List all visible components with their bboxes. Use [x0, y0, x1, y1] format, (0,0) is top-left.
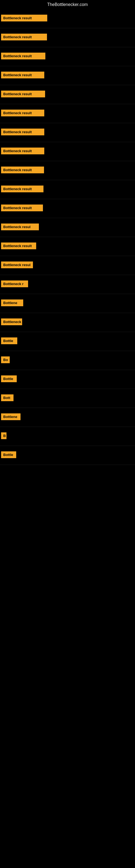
list-item: Bottleneck result — [0, 161, 135, 180]
list-item: Bottleneck result — [0, 47, 135, 66]
bottleneck-badge[interactable]: Bottlene — [1, 413, 20, 420]
bottleneck-badge[interactable]: Bottleneck result — [1, 72, 44, 79]
list-item: Bottle — [0, 370, 135, 389]
bottleneck-badge[interactable]: Bottleneck result — [1, 91, 45, 97]
list-item: Bottlene — [0, 294, 135, 313]
list-item: Bottleneck result — [0, 104, 135, 123]
list-item: Bo — [0, 351, 135, 370]
bottleneck-badge[interactable]: Bottleneck result — [1, 129, 44, 135]
bottleneck-badge[interactable]: Bottleneck result — [1, 110, 44, 116]
list-item: B — [0, 427, 135, 446]
list-item: Bottleneck result — [0, 123, 135, 142]
bottleneck-badge[interactable]: Bottleneck result — [1, 243, 36, 249]
list-item: Bottle — [0, 446, 135, 465]
bottleneck-badge[interactable]: Bottleneck r — [1, 280, 28, 287]
bottleneck-badge[interactable]: Bott — [1, 394, 13, 401]
rows-container: Bottleneck resultBottleneck resultBottle… — [0, 9, 135, 465]
site-title: TheBottlenecker.com — [0, 0, 135, 9]
list-item: Bottleneck resul — [0, 256, 135, 275]
bottleneck-badge[interactable]: Bottleneck result — [1, 186, 43, 192]
list-item: Bottleneck result — [0, 237, 135, 256]
bottleneck-badge[interactable]: Bottleneck resul — [1, 261, 33, 268]
bottleneck-badge[interactable]: Bottle — [1, 452, 16, 458]
bottleneck-badge[interactable]: Bottleneck result — [1, 34, 47, 40]
bottleneck-badge[interactable]: Bottleneck result — [1, 166, 44, 173]
page-container: TheBottlenecker.com Bottleneck resultBot… — [0, 0, 135, 868]
list-item: Bottleneck result — [0, 142, 135, 161]
list-item: Bottleneck result — [0, 85, 135, 104]
bottleneck-badge[interactable]: Bottlene — [1, 300, 23, 306]
bottleneck-badge[interactable]: B — [1, 432, 6, 439]
bottleneck-badge[interactable]: Bottleneck — [1, 318, 22, 325]
list-item: Bottleneck resul — [0, 218, 135, 237]
bottleneck-badge[interactable]: Bo — [1, 356, 10, 363]
bottleneck-badge[interactable]: Bottle — [1, 337, 17, 344]
bottleneck-badge[interactable]: Bottleneck resul — [1, 223, 39, 230]
bottleneck-badge[interactable]: Bottleneck result — [1, 205, 43, 211]
bottleneck-badge[interactable]: Bottleneck result — [1, 148, 44, 154]
list-item: Bottleneck result — [0, 180, 135, 199]
list-item: Bottleneck result — [0, 66, 135, 85]
bottleneck-badge[interactable]: Bottleneck result — [1, 53, 45, 59]
bottleneck-badge[interactable]: Bottle — [1, 375, 17, 382]
list-item: Bott — [0, 389, 135, 408]
list-item: Bottlene — [0, 408, 135, 427]
list-item: Bottleneck result — [0, 28, 135, 47]
list-item: Bottle — [0, 332, 135, 351]
bottleneck-badge[interactable]: Bottleneck result — [1, 14, 47, 22]
list-item: Bottleneck result — [0, 9, 135, 28]
list-item: Bottleneck — [0, 313, 135, 332]
list-item: Bottleneck result — [0, 199, 135, 218]
list-item: Bottleneck r — [0, 275, 135, 294]
